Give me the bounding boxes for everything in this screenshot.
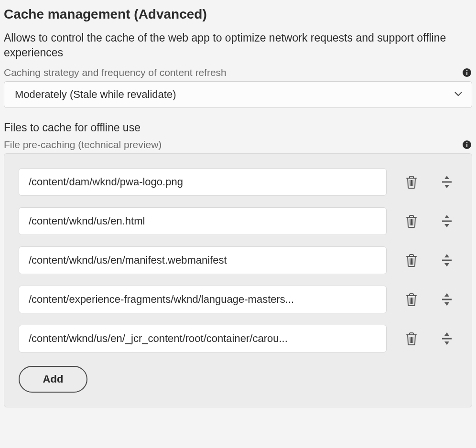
svg-marker-17 xyxy=(444,224,449,227)
svg-line-12 xyxy=(410,219,411,225)
reorder-file-button[interactable] xyxy=(436,211,457,232)
precache-path-input[interactable] xyxy=(19,207,387,235)
delete-file-button[interactable] xyxy=(401,328,422,349)
add-file-button[interactable]: Add xyxy=(19,366,87,393)
info-icon xyxy=(463,68,471,77)
strategy-label-row: Caching strategy and frequency of conten… xyxy=(4,67,472,78)
move-vertical-icon xyxy=(440,214,454,228)
strategy-label: Caching strategy and frequency of conten… xyxy=(4,67,227,78)
svg-line-24 xyxy=(410,298,411,304)
svg-rect-4 xyxy=(466,144,467,148)
svg-rect-16 xyxy=(442,221,452,222)
svg-rect-34 xyxy=(442,338,452,340)
svg-rect-22 xyxy=(442,260,452,261)
svg-line-20 xyxy=(413,258,413,265)
move-vertical-icon xyxy=(440,331,454,346)
precache-subsection-title: Files to cache for offline use xyxy=(4,121,472,134)
strategy-select-wrap: Moderately (Stale while revalidate) xyxy=(4,81,472,108)
svg-rect-28 xyxy=(442,299,452,300)
trash-icon xyxy=(405,292,418,307)
precache-label: File pre-caching (technical preview) xyxy=(4,139,162,150)
precache-path-input[interactable] xyxy=(19,325,387,352)
svg-marker-15 xyxy=(444,215,449,218)
svg-marker-11 xyxy=(444,185,449,188)
delete-file-button[interactable] xyxy=(401,211,422,232)
precache-row xyxy=(19,286,457,313)
precache-path-input[interactable] xyxy=(19,286,387,313)
trash-icon xyxy=(405,253,418,267)
delete-file-button[interactable] xyxy=(401,250,422,271)
precache-info-button[interactable] xyxy=(462,139,472,150)
svg-line-30 xyxy=(410,337,411,343)
precache-path-input[interactable] xyxy=(19,246,387,274)
svg-marker-9 xyxy=(444,176,449,179)
trash-icon xyxy=(405,331,418,346)
move-vertical-icon xyxy=(440,253,454,267)
precache-path-input[interactable] xyxy=(19,168,387,196)
section-description: Allows to control the cache of the web a… xyxy=(4,31,472,60)
strategy-info-button[interactable] xyxy=(462,67,472,78)
svg-line-32 xyxy=(413,337,413,343)
svg-marker-23 xyxy=(444,263,449,267)
section-title: Cache management (Advanced) xyxy=(4,7,472,22)
reorder-file-button[interactable] xyxy=(436,250,457,271)
precache-list: Add xyxy=(4,153,472,407)
precache-label-row: File pre-caching (technical preview) xyxy=(4,139,472,150)
trash-icon xyxy=(405,175,418,189)
svg-marker-27 xyxy=(444,293,449,297)
svg-point-2 xyxy=(466,70,468,72)
strategy-select[interactable]: Moderately (Stale while revalidate) xyxy=(4,81,472,108)
precache-row xyxy=(19,246,457,274)
svg-point-5 xyxy=(466,142,468,144)
reorder-file-button[interactable] xyxy=(436,328,457,349)
cache-management-panel: Cache management (Advanced) Allows to co… xyxy=(0,0,476,417)
delete-file-button[interactable] xyxy=(401,289,422,310)
reorder-file-button[interactable] xyxy=(436,171,457,192)
svg-line-6 xyxy=(410,180,411,186)
svg-line-14 xyxy=(413,219,413,225)
svg-rect-1 xyxy=(466,72,467,75)
svg-marker-29 xyxy=(444,302,449,306)
precache-row xyxy=(19,207,457,235)
svg-marker-21 xyxy=(444,254,449,257)
svg-line-26 xyxy=(413,298,413,304)
trash-icon xyxy=(405,214,418,228)
svg-line-8 xyxy=(413,180,413,186)
info-icon xyxy=(463,140,471,149)
precache-row xyxy=(19,168,457,196)
precache-row xyxy=(19,325,457,352)
svg-marker-35 xyxy=(444,341,449,345)
svg-rect-10 xyxy=(442,181,452,183)
reorder-file-button[interactable] xyxy=(436,289,457,310)
delete-file-button[interactable] xyxy=(401,171,422,192)
move-vertical-icon xyxy=(440,292,454,307)
move-vertical-icon xyxy=(440,175,454,189)
svg-line-18 xyxy=(410,258,411,265)
svg-marker-33 xyxy=(444,332,449,336)
